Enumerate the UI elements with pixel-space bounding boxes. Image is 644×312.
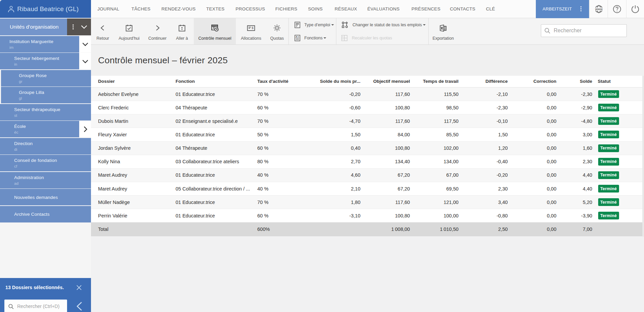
- svg-text:$: $: [252, 26, 254, 30]
- svg-text:A: A: [296, 35, 298, 38]
- svg-text:www: www: [594, 7, 603, 11]
